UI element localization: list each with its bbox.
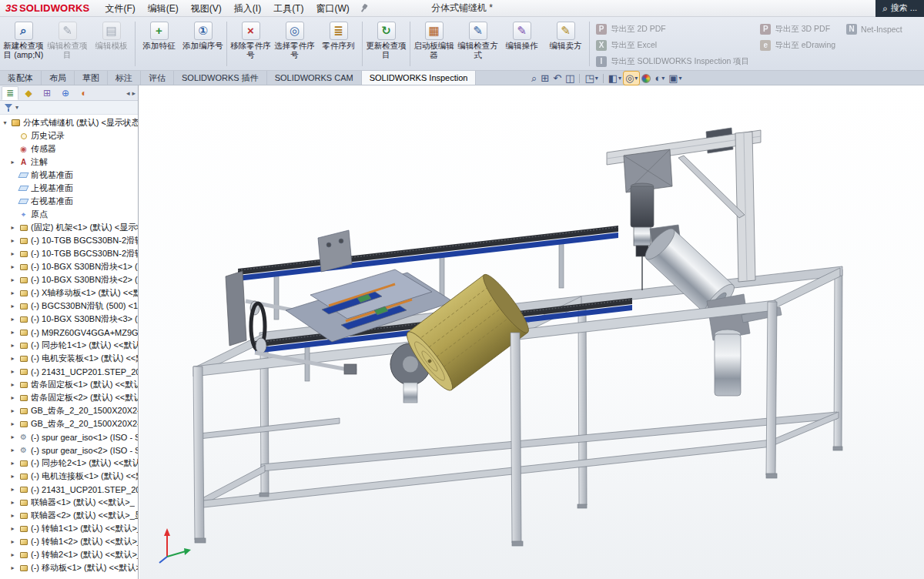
tree-item[interactable]: ⌖原点	[0, 208, 138, 221]
tree-item[interactable]: ▸(-) 10-BGX S30BN滑块<2> (默认	[0, 273, 138, 286]
tree-item[interactable]: ▸(-) 转轴1<1> (默认) <<默认>_显	[0, 522, 138, 535]
new-inspection-project-button[interactable]: ⌕新建检查项目 (amp;N)	[2, 18, 45, 69]
tree-item[interactable]: ▸(-) 同步轮1<1> (默认) <<默认>_	[0, 339, 138, 352]
tab-5[interactable]: SOLIDWORKS 插件	[174, 71, 267, 85]
tree-item[interactable]: ▸(-) BGCS30BN滑轨 (500) <1>	[0, 300, 138, 313]
menu-pin-icon[interactable]	[357, 1, 370, 15]
net-inspect-button[interactable]: NNet-Inspect	[846, 22, 902, 35]
tree-expand-arrow[interactable]: ▸	[9, 224, 16, 231]
tree-scroll-up-icon[interactable]: ▴	[133, 115, 136, 122]
tree-expand-arrow[interactable]: ▸	[9, 473, 16, 480]
tree-item[interactable]: ▸(-) X轴移动板<1> (默认) <<默认	[0, 286, 138, 300]
tree-expand-arrow[interactable]: ▸	[9, 551, 16, 558]
tree-item[interactable]: ▸(-) 电机连接板<1> (默认) <<默认	[0, 470, 138, 483]
tree-expand-arrow[interactable]: ▾	[2, 119, 8, 126]
view-orientation-button[interactable]: ◳▾	[583, 72, 599, 85]
tab-3[interactable]: 标注	[108, 71, 141, 85]
tree-item[interactable]: ▸齿条固定板<2> (默认) <<默认>	[0, 391, 138, 404]
tree-item[interactable]: ▸(-) 10-BGX S30BN滑块<3> (默	[0, 313, 138, 326]
zoom-fit-button[interactable]: ⌕	[530, 72, 538, 85]
tree-item[interactable]: ▸齿条固定板<1> (默认) <<默认>	[0, 378, 138, 391]
tree-item[interactable]: 前视基准面	[0, 169, 138, 182]
tree-item[interactable]: ▾分体式铺缝机 (默认) <显示状态-1>	[0, 116, 138, 129]
tree-expand-arrow[interactable]: ▸	[9, 538, 16, 545]
export-3d-pdf-button[interactable]: P导出至 3D PDF	[760, 22, 835, 35]
dimxpertmanager-tab[interactable]: ⊕	[57, 86, 74, 100]
tree-item[interactable]: ▸(-) 转轴2<1> (默认) <<默认>_	[0, 548, 138, 561]
tree-expand-arrow[interactable]: ▸	[9, 460, 16, 467]
section-view-button[interactable]: ◫	[564, 72, 576, 85]
export-edrawing-button[interactable]: e导出至 eDrawing	[760, 38, 835, 52]
tree-expand-arrow[interactable]: ▸	[9, 368, 16, 375]
tree-expand-arrow[interactable]: ▸	[9, 316, 16, 323]
edit-appearance-button[interactable]	[640, 72, 652, 85]
update-inspection-project-button[interactable]: ↻更新检查项目	[364, 18, 408, 69]
tree-item[interactable]: ▸联轴器<1> (默认) <<默认>_	[0, 496, 138, 509]
part-sequence-button[interactable]: ≣零件序列	[316, 18, 360, 69]
tree-expand-arrow[interactable]: ▸	[9, 355, 16, 362]
hide-show-items-button[interactable]: ◎▾	[624, 72, 639, 85]
edit-operation-button[interactable]: ✎编辑操作	[500, 18, 544, 69]
view-settings-button[interactable]: ▣▾	[667, 72, 683, 85]
tree-item[interactable]: ▸GB_齿条_2_20_1500X20X24<2	[0, 417, 138, 430]
tab-1[interactable]: 布局	[42, 71, 75, 85]
search-box[interactable]: ⌕ 搜索 ...	[875, 0, 924, 17]
tree-expand-arrow[interactable]: ▸	[9, 303, 16, 310]
tree-item[interactable]: ▸(固定) 机架<1> (默认) <显示状态	[0, 221, 138, 234]
displaymanager-tab[interactable]: ◐	[75, 86, 92, 100]
tree-item[interactable]: ▸(-) 同步轮2<1> (默认) <<默认>	[0, 457, 138, 470]
tree-expand-arrow[interactable]: ▸	[9, 237, 16, 244]
previous-view-button[interactable]: ↶	[551, 72, 563, 85]
export-inspection-project-button[interactable]: I导出至 SOLIDWORKS Inspection 项目	[596, 55, 749, 68]
tree-item[interactable]: ▸(-) 移动板<1> (默认) <<默认>_	[0, 561, 138, 574]
graphics-viewport[interactable]	[139, 85, 924, 579]
menu-item-5[interactable]: 窗口(W)	[310, 0, 355, 17]
tab-7[interactable]: SOLIDWORKS Inspection	[362, 71, 477, 85]
apply-scene-button[interactable]: ◐▾	[653, 72, 666, 85]
menu-item-0[interactable]: 文件(F)	[99, 0, 141, 17]
tab-0[interactable]: 装配体	[0, 71, 42, 85]
propertymanager-tab[interactable]: ◆	[20, 86, 37, 100]
panel-tab-arrow-1[interactable]: ▸	[132, 89, 136, 97]
tree-item[interactable]: 右视基准面	[0, 195, 138, 208]
display-style-button[interactable]: ◧▾	[607, 72, 623, 85]
tree-item[interactable]: ▸A注解	[0, 156, 138, 169]
menu-item-3[interactable]: 插入(I)	[228, 0, 267, 17]
remove-balloon-button[interactable]: ×移除零件序号	[229, 18, 273, 69]
export-excel-button[interactable]: X导出至 Excel	[596, 38, 749, 52]
tree-expand-arrow[interactable]: ▸	[9, 564, 16, 571]
menu-item-1[interactable]: 编辑(E)	[142, 0, 185, 17]
menu-item-4[interactable]: 工具(T)	[267, 0, 310, 17]
tree-expand-arrow[interactable]: ▸	[9, 420, 16, 427]
edit-inspection-project-button[interactable]: ✎编辑检查项目	[45, 18, 89, 69]
tree-expand-arrow[interactable]: ▸	[9, 290, 16, 296]
tree-item[interactable]: ▸(-) 21431_UCP201.STEP_2006<	[0, 365, 138, 378]
configurationmanager-tab[interactable]: ⊞	[38, 86, 55, 100]
featuremanager-tab[interactable]: ≣	[2, 86, 18, 100]
tree-expand-arrow[interactable]: ▸	[9, 512, 16, 519]
feature-tree-filter[interactable]: ▾	[0, 101, 138, 115]
tree-expand-arrow[interactable]: ▸	[9, 276, 16, 283]
tree-expand-arrow[interactable]: ▸	[9, 159, 16, 166]
tree-item[interactable]: ▸(-) 10-TGB BGCS30BN-2滑轨<	[0, 247, 138, 260]
add-feature-button[interactable]: +添加特征	[137, 18, 181, 69]
tree-item[interactable]: ▸(-) 10-TGB BGCS30BN-2滑轨<	[0, 234, 138, 247]
tab-4[interactable]: 评估	[141, 71, 174, 85]
tree-item[interactable]: 上视基准面	[0, 182, 138, 195]
edit-template-button[interactable]: ▤编辑模板	[89, 18, 133, 69]
tree-item[interactable]: ▸(-) M9RZ60GV4GGA+MZ9G6B	[0, 326, 138, 339]
tree-expand-arrow[interactable]: ▸	[9, 407, 16, 414]
tab-6[interactable]: SOLIDWORKS CAM	[267, 71, 362, 85]
menu-item-2[interactable]: 视图(V)	[185, 0, 228, 17]
tree-expand-arrow[interactable]: ▸	[9, 381, 16, 388]
edit-inspection-method-button[interactable]: ✎编辑检查方式	[456, 18, 500, 69]
tree-expand-arrow[interactable]: ▸	[9, 525, 16, 532]
tree-expand-arrow[interactable]: ▸	[9, 263, 16, 270]
zoom-area-button[interactable]: ⊞	[539, 72, 551, 85]
select-balloon-button[interactable]: ◎选择零件序号	[273, 18, 316, 69]
tree-item[interactable]: ▸(-) 电机安装板<1> (默认) <<默认	[0, 352, 138, 365]
tree-item[interactable]: 历史记录	[0, 129, 138, 142]
edit-vendor-button[interactable]: ✎编辑卖方	[544, 18, 588, 69]
tree-expand-arrow[interactable]: ▸	[9, 250, 16, 257]
tree-item[interactable]: ◉传感器	[0, 142, 138, 156]
